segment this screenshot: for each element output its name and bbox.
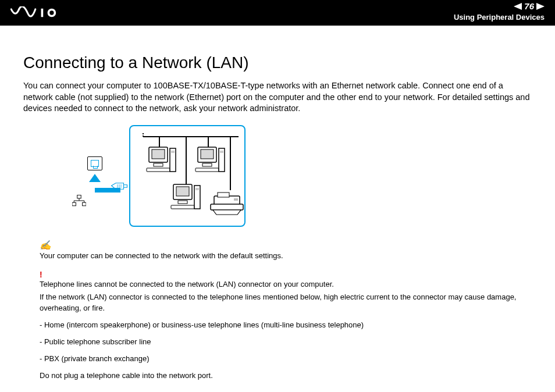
- warning-icon: !: [40, 270, 532, 279]
- svg-rect-31: [220, 151, 223, 153]
- svg-rect-40: [218, 193, 229, 197]
- svg-rect-35: [171, 205, 194, 209]
- svg-marker-1: [514, 3, 522, 10]
- section-title: Using Peripheral Devices: [454, 13, 545, 22]
- svg-rect-22: [154, 163, 163, 166]
- svg-rect-27: [201, 149, 214, 159]
- note-text: Your computer can be connected to the ne…: [40, 251, 532, 262]
- svg-rect-29: [195, 168, 219, 172]
- connection-icons: [48, 132, 129, 219]
- warning-bullet: - PBX (private branch exchange): [40, 354, 532, 365]
- vaio-logo: [10, 6, 74, 19]
- page-content: Connecting to a Network (LAN) You can co…: [0, 26, 555, 381]
- svg-rect-25: [171, 151, 175, 153]
- svg-rect-34: [178, 201, 187, 204]
- svg-rect-33: [176, 187, 189, 196]
- warning-line-2: If the network (LAN) connector is connec…: [40, 292, 532, 314]
- notes-section: ✍ Your computer can be connected to the …: [40, 240, 532, 382]
- svg-rect-7: [77, 195, 81, 199]
- warning-bullets: - Home (intercom speakerphone) or busine…: [40, 320, 532, 365]
- warning-bullet: - Public telephone subscriber line: [40, 337, 532, 348]
- warning-line-1: Telephone lines cannot be connected to t…: [40, 279, 532, 290]
- network-diagram: [48, 125, 532, 227]
- svg-rect-0: [41, 9, 44, 17]
- network-topology-icon: [72, 195, 86, 206]
- page-number: 76: [524, 1, 534, 11]
- svg-rect-13: [83, 202, 86, 206]
- svg-rect-37: [195, 188, 199, 190]
- warning-bullet: - Home (intercom speakerphone) or busine…: [40, 320, 532, 331]
- svg-rect-28: [202, 163, 212, 166]
- warning-block: Telephone lines cannot be connected to t…: [40, 279, 532, 382]
- note-icon: ✍: [40, 240, 532, 251]
- svg-marker-2: [536, 3, 545, 10]
- cable-connector-icon: [111, 182, 128, 190]
- svg-rect-21: [152, 149, 165, 159]
- page-title: Connecting to a Network (LAN): [23, 54, 532, 72]
- page-header: 76 Using Peripheral Devices: [0, 0, 555, 26]
- intro-paragraph: You can connect your computer to 100BASE…: [23, 80, 532, 115]
- next-arrow-icon[interactable]: [536, 3, 545, 10]
- page-nav: 76: [514, 1, 545, 11]
- svg-rect-41: [234, 198, 238, 201]
- prev-arrow-icon[interactable]: [514, 3, 522, 10]
- svg-rect-23: [147, 168, 170, 172]
- network-panel: [129, 125, 246, 227]
- svg-rect-12: [72, 202, 76, 206]
- warning-final: Do not plug a telephone cable into the n…: [40, 370, 532, 382]
- svg-rect-39: [211, 204, 243, 210]
- ethernet-port-icon: [87, 156, 102, 170]
